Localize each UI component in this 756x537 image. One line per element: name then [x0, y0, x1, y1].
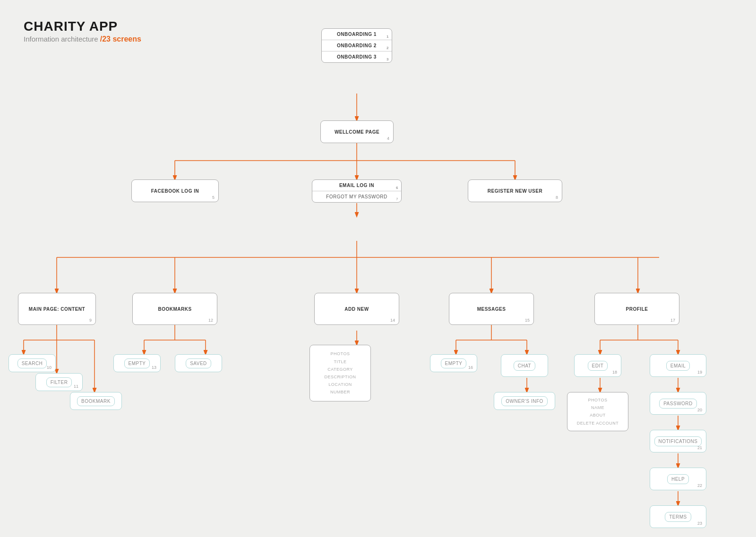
email-login-node: EMAIL LOG IN 6 FORGOT MY PASSWORD 7 — [312, 179, 402, 203]
edit-name: NAME — [577, 404, 619, 411]
terms-node: TERMS 23 — [650, 505, 706, 528]
owners-info-label: OWNER'S INFO — [501, 396, 548, 406]
add-new-node: ADD NEW 14 — [314, 293, 399, 325]
email-profile-node: EMAIL 19 — [650, 354, 706, 377]
profile-node: PROFILE 17 — [594, 293, 679, 325]
subtitle: Information architecture /23 screens — [24, 35, 141, 43]
bookmarks-node: BOOKMARKS 12 — [132, 293, 217, 325]
messages-label: MESSAGES — [473, 305, 510, 314]
app-title: CHARITY APP — [24, 19, 141, 34]
onboarding-2: ONBOARDING 2 2 — [322, 40, 392, 51]
owners-info-node: OWNER'S INFO — [494, 392, 555, 410]
welcome-label: WELLCOME PAGE — [331, 128, 383, 136]
edit-photos: PHOTOS — [577, 396, 619, 404]
add-new-label: ADD NEW — [341, 305, 372, 314]
saved-label: SAVED — [186, 358, 211, 368]
search-node: SEARCH 10 — [9, 354, 56, 372]
terms-label: TERMS — [665, 512, 691, 522]
register-node: REGISTER NEW USER 8 — [468, 179, 562, 202]
main-page-node: MAIN PAGE: CONTENT 9 — [18, 293, 96, 325]
filter-label: FILTER — [46, 377, 72, 387]
screen-count: /23 screens — [100, 35, 141, 43]
filter-node: FILTER 11 — [35, 373, 83, 391]
add-new-title: TITLE — [324, 358, 356, 366]
email-login-label: EMAIL LOG IN 6 — [312, 180, 401, 191]
bookmarks-label: BOOKMARKS — [154, 305, 195, 314]
add-new-category: CATEGORY — [324, 366, 356, 373]
email-profile-label: EMAIL — [666, 361, 690, 371]
password-label: PASSWORD — [659, 399, 697, 409]
edit-label: EDIT — [588, 361, 608, 371]
facebook-node: FACEBOOK LOG IN 5 — [131, 179, 219, 202]
empty1-node: EMPTY 13 — [113, 354, 161, 372]
bookmark-label: BOOKMARK — [77, 396, 115, 406]
help-label: HELP — [667, 474, 689, 484]
empty2-node: EMPTY 16 — [430, 354, 477, 372]
chat-node: CHAT — [501, 354, 548, 377]
messages-node: MESSAGES 15 — [449, 293, 534, 325]
empty1-label: EMPTY — [124, 358, 150, 368]
edit-delete: DELETE ACCOUNT — [577, 419, 619, 427]
notifications-label: NOTIFICATIONS — [654, 436, 702, 446]
add-new-content-node: PHOTOS TITLE CATEGORY DESCRIPTION LOCATI… — [309, 345, 371, 401]
add-new-location: LOCATION — [324, 381, 356, 388]
facebook-label: FACEBOOK LOG IN — [147, 187, 203, 196]
main-page-label: MAIN PAGE: CONTENT — [25, 305, 89, 314]
register-label: REGISTER NEW USER — [484, 187, 546, 196]
search-label: SEARCH — [17, 358, 47, 368]
password-node: PASSWORD 20 — [650, 392, 706, 415]
add-new-number: NUMBER — [324, 388, 356, 396]
notifications-node: NOTIFICATIONS 21 — [650, 430, 706, 452]
subtitle-text: Information architecture — [24, 35, 98, 43]
help-node: HELP 22 — [650, 468, 706, 490]
chat-label: CHAT — [514, 361, 535, 371]
empty2-label: EMPTY — [441, 358, 467, 368]
edit-about: ABOUT — [577, 411, 619, 419]
forgot-password-label: FORGOT MY PASSWORD 7 — [312, 191, 401, 202]
add-new-photos: PHOTOS — [324, 350, 356, 358]
onboarding-1: ONBOARDING 1 1 — [322, 29, 392, 40]
welcome-node: WELLCOME PAGE 4 — [320, 120, 394, 143]
edit-node: EDIT 18 — [574, 354, 621, 377]
edit-content-node: PHOTOS NAME ABOUT DELETE ACCOUNT — [567, 392, 628, 431]
header: CHARITY APP Information architecture /23… — [24, 19, 141, 43]
saved-node: SAVED — [175, 354, 222, 372]
profile-label: PROFILE — [622, 305, 652, 314]
onboarding-node: ONBOARDING 1 1 ONBOARDING 2 2 ONBOARDING… — [321, 28, 392, 63]
add-new-description: DESCRIPTION — [324, 373, 356, 381]
onboarding-3: ONBOARDING 3 3 — [322, 51, 392, 62]
bookmark-node: BOOKMARK — [70, 392, 122, 410]
